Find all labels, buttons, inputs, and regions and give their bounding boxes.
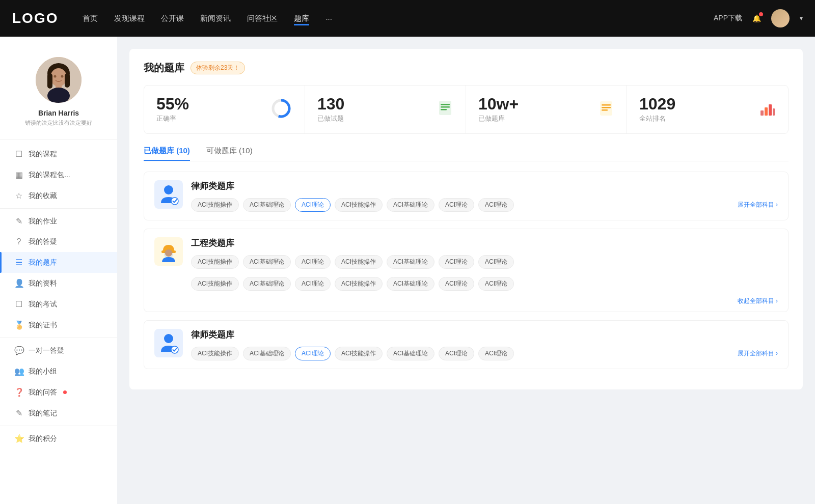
expand-link-0[interactable]: 展开全部科目 › [734, 201, 778, 209]
tag-0-5[interactable]: ACI理论 [439, 198, 474, 212]
nav-discover[interactable]: 发现课程 [114, 12, 145, 25]
qbank-name-2: 律师类题库 [191, 329, 778, 341]
qbank-header-2: 律师类题库 ACI技能操作 ACI基础理论 ACI理论 ACI技能操作 ACI基… [144, 321, 788, 369]
star-icon: ☆ [14, 191, 23, 201]
tag-1-r2-1[interactable]: ACI基础理论 [243, 277, 291, 291]
qbank-name-0: 律师类题库 [191, 180, 778, 192]
tag-1-r2-3[interactable]: ACI技能操作 [335, 277, 383, 291]
profile-icon: 👤 [14, 278, 23, 288]
app-download-link[interactable]: APP下载 [714, 14, 742, 23]
tag-2-3[interactable]: ACI技能操作 [335, 347, 383, 360]
done-questions-icon [437, 100, 453, 120]
stat-text-done: 130 已做试题 [317, 96, 431, 123]
notes-icon: ✎ [14, 408, 23, 418]
menu-divider-1 [0, 208, 117, 209]
chat-icon: 💬 [14, 346, 23, 355]
tag-1-5[interactable]: ACI理论 [439, 255, 474, 269]
tag-1-r2-0[interactable]: ACI技能操作 [191, 277, 239, 291]
tag-1-r2-5[interactable]: ACI理论 [439, 277, 474, 291]
tag-2-4[interactable]: ACI基础理论 [387, 347, 434, 360]
tag-2-0[interactable]: ACI技能操作 [191, 347, 239, 360]
tags-row-2-el: ACI技能操作 ACI基础理论 ACI理论 ACI技能操作 ACI基础理论 AC… [191, 347, 778, 360]
tag-1-1[interactable]: ACI基础理论 [243, 255, 291, 269]
sidebar-item-certificate[interactable]: 🏅 我的证书 [0, 315, 117, 335]
svg-point-7 [54, 75, 57, 78]
tag-1-4[interactable]: ACI基础理论 [387, 255, 434, 269]
qbank-item-2: 律师类题库 ACI技能操作 ACI基础理论 ACI理论 ACI技能操作 ACI基… [144, 320, 789, 369]
nav-questionbank[interactable]: 题库 [294, 12, 309, 25]
tag-0-1[interactable]: ACI基础理论 [243, 198, 291, 212]
tag-2-1[interactable]: ACI基础理论 [243, 347, 291, 360]
notification-bell[interactable]: 🔔 [752, 14, 761, 22]
qbank-header-1: 工程类题库 ACI技能操作 ACI基础理论 ACI理论 ACI技能操作 ACI基… [144, 229, 788, 277]
svg-rect-17 [602, 107, 611, 108]
donut-chart [270, 97, 292, 122]
nav-open-course[interactable]: 公开课 [161, 12, 184, 25]
svg-point-27 [165, 249, 172, 257]
tag-2-5[interactable]: ACI理论 [439, 347, 474, 360]
tags-row-1-extra: ACI技能操作 ACI基础理论 ACI理论 ACI技能操作 ACI基础理论 AC… [144, 277, 788, 291]
nav-home[interactable]: 首页 [83, 12, 98, 25]
tag-2-6[interactable]: ACI理论 [478, 347, 514, 360]
sidebar-item-questionbank[interactable]: ☰ 我的题库 [0, 252, 117, 273]
qbank-info-0: 律师类题库 ACI技能操作 ACI基础理论 ACI理论 ACI技能操作 ACI基… [191, 180, 778, 212]
expand-link-2[interactable]: 展开全部科目 › [734, 349, 778, 358]
sidebar-item-points[interactable]: ⭐ 我的积分 [0, 428, 117, 449]
stat-number-done: 130 [317, 96, 431, 112]
qbank-icon-engineer [154, 237, 183, 266]
sidebar-item-profile[interactable]: 👤 我的资料 [0, 273, 117, 294]
course-icon: ☐ [14, 149, 23, 159]
profile-name: Brian Harris [38, 109, 79, 117]
tag-0-0[interactable]: ACI技能操作 [191, 198, 239, 212]
sidebar-item-exam[interactable]: ☐ 我的考试 [0, 294, 117, 315]
svg-rect-15 [600, 101, 612, 116]
page-title: 我的题库 [144, 61, 184, 75]
svg-point-28 [164, 334, 173, 343]
nav-qa[interactable]: 问答社区 [247, 12, 278, 25]
sidebar-item-favorites[interactable]: ☆ 我的收藏 [0, 185, 117, 206]
sidebar-item-my-qa[interactable]: ❓ 我的问答 [0, 382, 117, 403]
page-header: 我的题库 体验剩余23天！ [144, 61, 789, 75]
sidebar-item-one-on-one[interactable]: 💬 一对一答疑 [0, 340, 117, 361]
sidebar-item-group[interactable]: 👥 我的小组 [0, 361, 117, 382]
svg-rect-20 [765, 107, 768, 116]
nav-news[interactable]: 新闻资讯 [200, 12, 231, 25]
user-avatar-nav[interactable] [771, 9, 790, 27]
tag-0-4[interactable]: ACI基础理论 [387, 198, 434, 212]
tag-0-3[interactable]: ACI技能操作 [335, 198, 383, 212]
sidebar-item-qa[interactable]: ? 我的答疑 [0, 232, 117, 252]
rank-icon [759, 100, 776, 119]
tag-1-r2-2[interactable]: ACI理论 [295, 277, 331, 291]
tab-todo[interactable]: 可做题库 (10) [206, 146, 253, 161]
sidebar-item-course-package[interactable]: ▦ 我的课程包... [0, 164, 117, 185]
stat-label-done: 已做试题 [317, 114, 431, 123]
tag-1-6[interactable]: ACI理论 [478, 255, 514, 269]
tag-1-0[interactable]: ACI技能操作 [191, 255, 239, 269]
tag-1-3[interactable]: ACI技能操作 [335, 255, 383, 269]
svg-rect-16 [602, 104, 611, 106]
svg-rect-13 [441, 106, 450, 108]
sidebar-item-my-course[interactable]: ☐ 我的课程 [0, 144, 117, 164]
trial-badge: 体验剩余23天！ [191, 62, 245, 74]
tag-1-r2-4[interactable]: ACI基础理论 [387, 277, 434, 291]
sidebar-item-homework[interactable]: ✎ 我的作业 [0, 211, 117, 232]
tag-1-r2-6[interactable]: ACI理论 [478, 277, 514, 291]
stat-done-questions: 130 已做试题 [305, 86, 466, 133]
tabs: 已做题库 (10) 可做题库 (10) [144, 146, 789, 161]
profile-section: Brian Harris 错误的决定比没有决定要好 [0, 49, 117, 139]
svg-rect-6 [65, 73, 70, 88]
qa-dot-badge [63, 390, 67, 394]
sidebar-item-notes[interactable]: ✎ 我的笔记 [0, 403, 117, 424]
collapse-link-1[interactable]: 收起全部科目 › [144, 297, 788, 312]
nav-more[interactable]: ··· [325, 12, 332, 25]
user-menu-chevron[interactable]: ▾ [800, 15, 803, 22]
tag-0-2[interactable]: ACI理论 [295, 198, 331, 212]
tag-2-2[interactable]: ACI理论 [295, 347, 331, 360]
tab-done[interactable]: 已做题库 (10) [144, 146, 190, 161]
stat-number-rank: 1029 [639, 96, 753, 112]
stat-number-correct: 55% [156, 96, 264, 112]
tag-0-6[interactable]: ACI理论 [478, 198, 514, 212]
qbank-header-0: 律师类题库 ACI技能操作 ACI基础理论 ACI理论 ACI技能操作 ACI基… [144, 172, 788, 220]
stat-text-banks: 10w+ 已做题库 [478, 96, 592, 123]
tag-1-2[interactable]: ACI理论 [295, 255, 331, 269]
